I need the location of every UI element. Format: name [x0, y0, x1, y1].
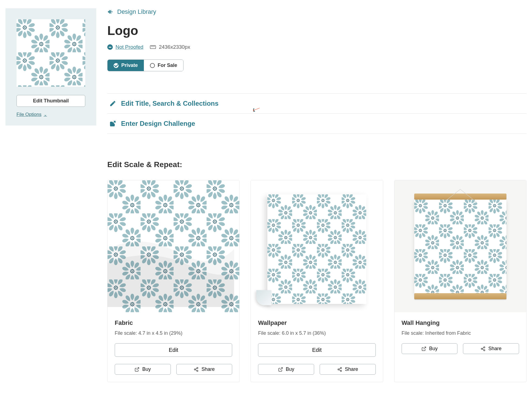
dimensions: 2436x2330px	[150, 44, 190, 50]
buy-label: Buy	[142, 366, 151, 372]
share-icon	[481, 346, 486, 351]
page-title: Logo	[107, 23, 526, 38]
hanger-strings	[417, 189, 504, 202]
main-content: Design Library Logo Not Proofed 2436x233…	[107, 8, 526, 382]
svg-rect-12	[150, 46, 156, 49]
buy-wall-hanging-button[interactable]: Buy	[402, 343, 458, 354]
back-link-label: Design Library	[117, 8, 156, 15]
svg-line-26	[280, 368, 282, 370]
svg-line-23	[196, 368, 197, 369]
design-meta: Not Proofed 2436x2330px	[107, 44, 526, 50]
edit-wallpaper-button[interactable]: Edit	[258, 343, 375, 357]
svg-rect-25	[267, 194, 366, 304]
scale-value: 6.0 in x 5.7 in (36%)	[282, 330, 326, 336]
product-file-scale: File scale:Inherited from Fabric	[402, 330, 519, 336]
buy-label: Buy	[429, 346, 438, 352]
external-link-icon	[278, 367, 283, 372]
product-name: Wall Hanging	[402, 319, 519, 327]
visibility-toggle: Private For Sale	[107, 59, 183, 71]
external-link-icon	[135, 367, 139, 372]
svg-point-29	[340, 370, 342, 372]
svg-rect-11	[17, 19, 85, 87]
buy-wallpaper-button[interactable]: Buy	[258, 364, 314, 375]
external-link-icon	[109, 120, 116, 127]
product-preview-wallpaper	[251, 180, 383, 312]
radio-unchecked-icon	[150, 63, 155, 68]
design-actions: Edit Title, Search & Collections Enter D…	[107, 93, 526, 134]
radio-checked-icon	[114, 63, 119, 68]
ruler-icon	[150, 45, 156, 49]
scale-prefix: File scale:	[258, 330, 282, 336]
share-icon	[337, 367, 342, 372]
product-file-scale: File scale:4.7 in x 4.5 in (29%)	[115, 330, 232, 336]
product-preview-wall-hanging	[394, 180, 526, 312]
product-preview-fabric	[108, 180, 239, 312]
product-name: Wallpaper	[258, 319, 375, 327]
svg-line-37	[482, 348, 484, 349]
svg-point-21	[194, 369, 196, 370]
visibility-option-label: For Sale	[158, 62, 177, 68]
edit-scale-repeat-title: Edit Scale & Repeat:	[107, 160, 526, 169]
buy-fabric-button[interactable]: Buy	[115, 364, 171, 375]
svg-line-30	[339, 368, 340, 369]
action-label: Edit Title, Search & Collections	[121, 100, 218, 107]
share-wallpaper-button[interactable]: Share	[320, 364, 376, 375]
svg-point-35	[481, 348, 482, 350]
svg-point-20	[197, 367, 198, 369]
product-card-wall-hanging: Wall Hanging File scale:Inherited from F…	[394, 180, 526, 382]
external-link-icon	[421, 346, 426, 351]
proof-status[interactable]: Not Proofed	[107, 44, 143, 50]
buy-label: Buy	[286, 366, 294, 372]
bottom-wood-bar	[414, 293, 507, 299]
scale-value: 4.7 in x 4.5 in (29%)	[138, 330, 182, 336]
svg-line-38	[482, 349, 484, 350]
chevron-down-icon: ⌄	[44, 112, 47, 117]
edit-thumbnail-button[interactable]: Edit Thumbnail	[17, 95, 85, 107]
pattern-preview	[17, 19, 85, 87]
svg-point-27	[340, 367, 342, 369]
sidebar-box: Edit Thumbnail File Options ⌄	[6, 8, 96, 126]
share-icon	[194, 367, 199, 372]
product-card-wallpaper: Wallpaper File scale:6.0 in x 5.7 in (36…	[251, 180, 383, 382]
product-cards: Fabric File scale:4.7 in x 4.5 in (29%) …	[107, 180, 526, 382]
action-label: Enter Design Challenge	[121, 120, 195, 127]
back-to-design-library-link[interactable]: Design Library	[107, 8, 156, 15]
svg-point-36	[484, 350, 485, 351]
scale-value: Inherited from Fabric	[425, 330, 471, 336]
visibility-option-for-sale[interactable]: For Sale	[144, 60, 183, 71]
share-label: Share	[488, 346, 501, 352]
svg-line-19	[137, 368, 139, 370]
product-file-scale: File scale:6.0 in x 5.7 in (36%)	[258, 330, 375, 336]
svg-line-31	[339, 370, 340, 371]
svg-rect-32	[414, 200, 507, 293]
minus-circle-icon	[107, 44, 113, 50]
scale-prefix: File scale:	[115, 330, 138, 336]
proof-status-label: Not Proofed	[116, 44, 143, 50]
hanging-cloth	[414, 200, 507, 293]
visibility-option-private[interactable]: Private	[108, 60, 144, 71]
svg-line-33	[423, 347, 426, 349]
product-name: Fabric	[115, 319, 232, 327]
dimensions-value: 2436x2330px	[159, 44, 190, 50]
enter-design-challenge[interactable]: Enter Design Challenge	[107, 114, 526, 134]
scale-prefix: File scale:	[402, 330, 425, 336]
svg-point-34	[484, 347, 485, 348]
arrow-left-icon	[107, 9, 113, 15]
edit-fabric-button[interactable]: Edit	[115, 343, 232, 357]
visibility-option-label: Private	[121, 62, 138, 68]
svg-point-22	[197, 370, 198, 372]
share-label: Share	[201, 366, 215, 372]
design-thumbnail	[17, 19, 85, 87]
pencil-icon	[109, 100, 116, 107]
product-card-fabric: Fabric File scale:4.7 in x 4.5 in (29%) …	[107, 180, 240, 382]
svg-point-28	[338, 369, 339, 370]
design-sidebar: Edit Thumbnail File Options ⌄	[6, 8, 96, 382]
share-label: Share	[345, 366, 358, 372]
share-fabric-button[interactable]: Share	[176, 364, 232, 375]
share-wall-hanging-button[interactable]: Share	[463, 343, 519, 354]
file-options-dropdown[interactable]: File Options ⌄	[17, 112, 47, 117]
file-options-label: File Options	[17, 112, 42, 117]
svg-line-24	[196, 370, 197, 371]
edit-title-search-collections[interactable]: Edit Title, Search & Collections	[107, 94, 526, 114]
